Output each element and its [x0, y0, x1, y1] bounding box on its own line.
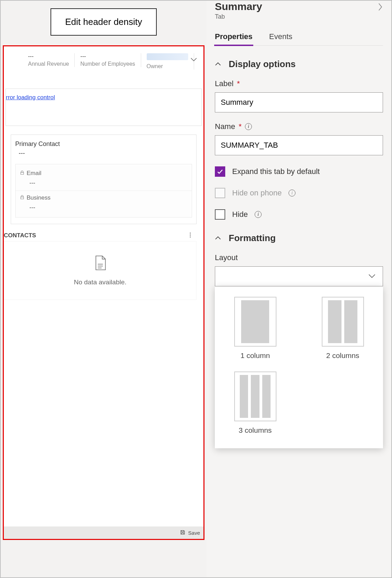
- lock-icon: [20, 194, 25, 201]
- formatting-header[interactable]: Formatting: [215, 233, 383, 244]
- header-field-value: ---: [28, 53, 69, 59]
- panel-expand-icon[interactable]: [377, 1, 383, 14]
- save-button[interactable]: Save: [188, 530, 200, 536]
- email-value: ---: [20, 177, 188, 187]
- name-input[interactable]: [215, 135, 383, 155]
- panel-subtitle: Tab: [215, 13, 262, 20]
- layout-thumb-1: [234, 297, 276, 347]
- primary-contact-value: ---: [15, 150, 192, 157]
- panel-title: Summary: [215, 1, 262, 12]
- info-icon[interactable]: i: [255, 211, 262, 218]
- contacts-more-icon[interactable]: ⋯: [187, 232, 194, 239]
- layout-options-popup: 1 column 2 columns 3 columns: [215, 286, 383, 448]
- hide-on-phone-checkbox: [215, 188, 225, 198]
- hide-checkbox[interactable]: [215, 209, 225, 220]
- display-options-title: Display options: [229, 59, 296, 70]
- tab-properties[interactable]: Properties: [215, 29, 253, 45]
- chevron-up-icon: [215, 233, 221, 244]
- layout-label: Layout: [215, 253, 238, 262]
- email-row[interactable]: Email ---: [16, 166, 192, 191]
- business-value: ---: [20, 201, 188, 212]
- status-bar: Save: [4, 526, 203, 539]
- required-indicator: *: [239, 122, 242, 131]
- header-field-owner[interactable]: Owner: [141, 53, 194, 70]
- display-options-header[interactable]: Display options: [215, 59, 383, 70]
- empty-text: No data available.: [74, 278, 126, 286]
- owner-value-redacted: [147, 53, 188, 60]
- primary-contact-card[interactable]: Primary Contact --- Email ---: [11, 135, 197, 224]
- contacts-heading: CONTACTS: [4, 232, 36, 239]
- layout-option-label: 2 columns: [326, 351, 359, 360]
- expand-default-label: Expand this tab by default: [232, 167, 320, 176]
- required-indicator: *: [237, 79, 240, 88]
- layout-thumb-3: [234, 371, 276, 421]
- primary-contact-label: Primary Contact: [15, 140, 192, 148]
- layout-select[interactable]: [215, 266, 383, 286]
- form-canvas: --- Annual Revenue --- Number of Employe…: [3, 45, 204, 540]
- header-field-label: Owner: [147, 63, 188, 70]
- save-icon[interactable]: [180, 530, 185, 536]
- layout-option-label: 3 columns: [239, 426, 272, 434]
- hide-on-phone-label: Hide on phone: [232, 189, 282, 198]
- expand-default-checkbox[interactable]: [215, 166, 225, 177]
- chevron-up-icon: [215, 59, 221, 70]
- layout-option-3-columns[interactable]: 3 columns: [229, 371, 282, 434]
- error-loading-link[interactable]: rror loading control: [6, 94, 55, 101]
- header-field-label: Annual Revenue: [28, 61, 69, 67]
- email-label: Email: [27, 170, 42, 177]
- document-icon: [94, 255, 107, 272]
- hide-label: Hide: [232, 210, 248, 219]
- header-field-label: Number of Employees: [80, 61, 135, 67]
- header-field-value: ---: [80, 53, 135, 59]
- business-row[interactable]: Business ---: [16, 191, 192, 215]
- chevron-down-icon: [368, 273, 376, 280]
- layout-option-2-columns[interactable]: 2 columns: [316, 297, 369, 360]
- error-control-box[interactable]: rror loading control: [6, 89, 202, 126]
- header-expand-icon[interactable]: [190, 56, 197, 63]
- header-field-employees[interactable]: --- Number of Employees: [75, 53, 141, 67]
- name-field-label: Name: [215, 122, 235, 131]
- contacts-empty-state: No data available.: [4, 241, 197, 300]
- layout-thumb-2: [322, 297, 364, 347]
- info-icon[interactable]: i: [245, 123, 252, 130]
- info-icon[interactable]: i: [289, 190, 295, 196]
- layout-option-label: 1 column: [240, 351, 270, 360]
- label-input[interactable]: [215, 92, 383, 112]
- label-field-label: Label: [215, 79, 234, 88]
- formatting-title: Formatting: [229, 233, 276, 244]
- layout-option-1-column[interactable]: 1 column: [229, 297, 282, 360]
- lock-icon: [20, 170, 25, 177]
- edit-header-density-button[interactable]: Edit header density: [51, 8, 157, 36]
- tab-events[interactable]: Events: [269, 29, 292, 45]
- header-field-annual-revenue[interactable]: --- Annual Revenue: [4, 53, 75, 67]
- business-label: Business: [27, 194, 51, 201]
